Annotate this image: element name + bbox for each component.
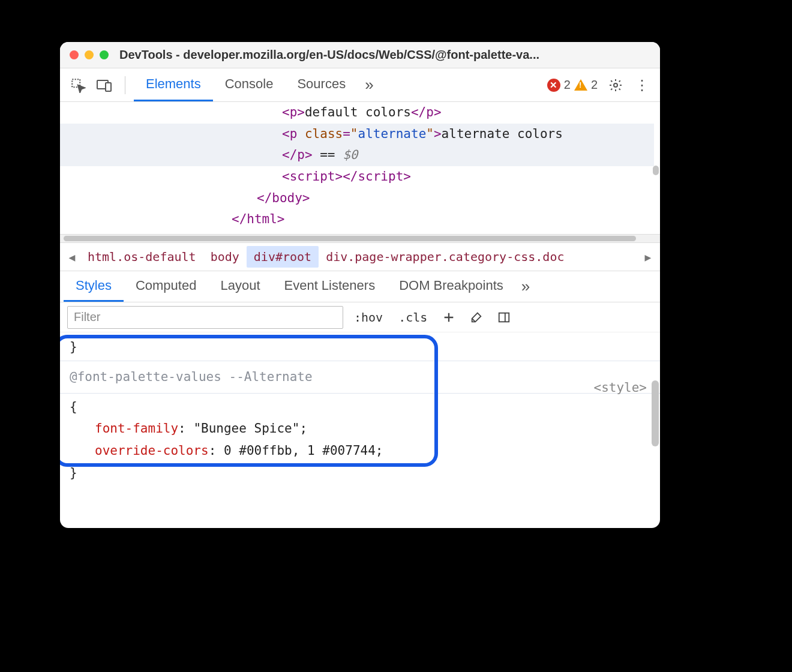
styles-filter-input[interactable] bbox=[67, 306, 343, 329]
titlebar: DevTools - developer.mozilla.org/en-US/d… bbox=[60, 42, 660, 68]
more-menu-icon[interactable]: ⋮ bbox=[630, 77, 654, 94]
dom-node[interactable]: <p>default colors</p> bbox=[282, 102, 654, 124]
device-toolbar-icon[interactable] bbox=[92, 73, 116, 97]
tab-console[interactable]: Console bbox=[213, 68, 286, 101]
window-title: DevTools - developer.mozilla.org/en-US/d… bbox=[119, 48, 539, 62]
dom-horizontal-scrollbar[interactable] bbox=[60, 234, 660, 242]
subtab-computed[interactable]: Computed bbox=[124, 271, 209, 302]
css-declaration[interactable]: font-family: "Bungee Spice"; bbox=[70, 418, 650, 440]
breadcrumb-item[interactable]: body bbox=[203, 246, 247, 268]
styles-filter-row: :hov .cls bbox=[60, 302, 660, 332]
svg-rect-2 bbox=[106, 83, 111, 91]
inspect-element-icon[interactable] bbox=[66, 73, 90, 97]
new-style-rule-icon[interactable] bbox=[438, 307, 460, 328]
settings-icon[interactable] bbox=[604, 78, 628, 92]
dom-tree-panel[interactable]: <p>default colors</p> <p class="alternat… bbox=[60, 102, 660, 234]
subtab-dom-breakpoints[interactable]: DOM Breakpoints bbox=[387, 271, 515, 302]
breadcrumb-scroll-left-icon[interactable]: ◀ bbox=[64, 251, 80, 263]
error-icon: ✕ bbox=[547, 79, 560, 92]
dom-vertical-scrollbar[interactable] bbox=[653, 106, 659, 202]
error-count: 2 bbox=[564, 78, 571, 92]
breadcrumb-item-selected[interactable]: div#root bbox=[247, 246, 319, 268]
rule-source-link[interactable]: <style> bbox=[593, 377, 647, 399]
styles-vertical-scrollbar[interactable] bbox=[652, 356, 659, 452]
error-warning-status[interactable]: ✕ 2 2 bbox=[539, 78, 601, 92]
svg-rect-4 bbox=[499, 313, 509, 322]
dom-node[interactable]: </body> bbox=[257, 188, 654, 209]
styles-subtabs: Styles Computed Layout Event Listeners D… bbox=[60, 271, 660, 302]
svg-point-3 bbox=[614, 83, 617, 87]
warning-icon bbox=[574, 79, 587, 91]
subtab-styles[interactable]: Styles bbox=[64, 271, 124, 302]
toolbar-divider bbox=[125, 76, 125, 94]
paintbrush-icon[interactable] bbox=[466, 307, 487, 328]
traffic-lights bbox=[70, 50, 109, 59]
rule-close-brace: } bbox=[70, 336, 650, 358]
css-declaration[interactable]: override-colors: 0 #00ffbb, 1 #007744; bbox=[70, 440, 650, 462]
rule-close-brace: } bbox=[70, 462, 650, 484]
computed-sidebar-toggle-icon[interactable] bbox=[493, 307, 515, 328]
tab-sources[interactable]: Sources bbox=[285, 68, 358, 101]
subtab-layout[interactable]: Layout bbox=[208, 271, 272, 302]
breadcrumb-scroll-right-icon[interactable]: ▶ bbox=[640, 251, 656, 263]
dom-node-selected[interactable]: <p class="alternate">alternate colors </… bbox=[60, 124, 654, 166]
dom-node[interactable]: </html> bbox=[232, 209, 654, 230]
panel-tabs: Elements Console Sources bbox=[134, 68, 358, 101]
rule-open-brace: { bbox=[70, 396, 650, 418]
subtab-event-listeners[interactable]: Event Listeners bbox=[272, 271, 388, 302]
tabs-overflow-icon[interactable]: » bbox=[360, 76, 378, 94]
minimize-window-button[interactable] bbox=[85, 50, 94, 59]
styles-content[interactable]: } @font-palette-values --Alternate <styl… bbox=[60, 332, 660, 528]
dom-node[interactable]: <script></script> bbox=[282, 166, 654, 188]
close-window-button[interactable] bbox=[70, 50, 79, 59]
tab-elements[interactable]: Elements bbox=[134, 68, 213, 101]
cls-toggle[interactable]: .cls bbox=[394, 310, 432, 325]
devtools-window: DevTools - developer.mozilla.org/en-US/d… bbox=[60, 42, 660, 528]
css-rule-selector[interactable]: @font-palette-values --Alternate bbox=[70, 364, 650, 391]
main-toolbar: Elements Console Sources » ✕ 2 2 ⋮ bbox=[60, 68, 660, 102]
maximize-window-button[interactable] bbox=[100, 50, 109, 59]
hov-toggle[interactable]: :hov bbox=[349, 310, 388, 325]
breadcrumb-item[interactable]: html.os-default bbox=[80, 246, 203, 268]
subtabs-overflow-icon[interactable]: » bbox=[515, 277, 536, 296]
warning-count: 2 bbox=[591, 78, 598, 92]
dom-breadcrumb: ◀ html.os-default body div#root div.page… bbox=[60, 242, 660, 271]
breadcrumb-item[interactable]: div.page-wrapper.category-css.doc bbox=[319, 246, 640, 268]
